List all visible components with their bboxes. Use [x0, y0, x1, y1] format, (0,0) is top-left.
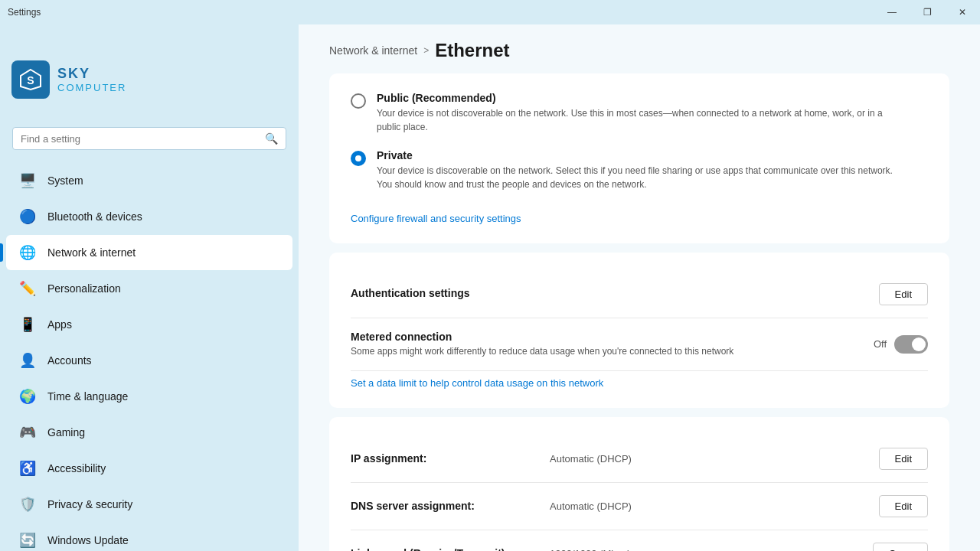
bluetooth-icon: 🔵 [18, 207, 37, 226]
dns-assignment-label: DNS server assignment: [351, 500, 550, 512]
sidebar: S SKY COMPUTER ← Settings 🔍 🖥️ System [0, 24, 299, 551]
sidebar-item-system-label: System [47, 174, 83, 187]
private-radio-button[interactable] [351, 151, 366, 166]
title-bar: Settings — ❐ ✕ [0, 0, 980, 24]
sidebar-item-privacy[interactable]: 🛡️ Privacy & security [6, 487, 292, 522]
search-container: 🔍 [0, 121, 299, 156]
dns-assignment-row: DNS server assignment: Automatic (DHCP) … [351, 483, 928, 530]
public-radio-button[interactable] [351, 93, 366, 109]
logo-svg: S [19, 68, 42, 91]
ip-dns-card: IP assignment: Automatic (DHCP) Edit DNS… [329, 417, 949, 551]
sidebar-item-time-label: Time & language [47, 390, 128, 403]
close-button[interactable]: ✕ [945, 0, 980, 24]
accounts-icon: 👤 [18, 351, 37, 370]
authentication-info: Authentication settings [351, 287, 470, 302]
dns-assignment-edit-button[interactable]: Edit [879, 495, 928, 517]
apps-icon: 📱 [18, 315, 37, 334]
sidebar-item-bluetooth[interactable]: 🔵 Bluetooth & devices [6, 199, 292, 234]
personalization-icon: ✏️ [18, 279, 37, 298]
sidebar-item-accessibility-label: Accessibility [47, 462, 106, 474]
sidebar-item-accounts-label: Accounts [47, 354, 92, 367]
metered-toggle-label: Off [874, 338, 887, 350]
content-body: Public (Recommended) Your device is not … [299, 73, 980, 551]
logo-text: SKY COMPUTER [57, 66, 126, 93]
network-profile-card: Public (Recommended) Your device is not … [329, 73, 949, 243]
link-speed-label: Link speed (Receive/Transmit): [351, 547, 550, 551]
private-radio-description: Your device is discoverable on the netwo… [377, 164, 897, 191]
app-window: S SKY COMPUTER ← Settings 🔍 🖥️ System [0, 24, 980, 551]
public-radio-content: Public (Recommended) Your device is not … [377, 92, 897, 134]
metered-toggle-switch[interactable] [894, 335, 928, 354]
search-box[interactable]: 🔍 [12, 127, 286, 150]
public-radio-title: Public (Recommended) [377, 92, 897, 104]
sidebar-item-apps[interactable]: 📱 Apps [6, 307, 292, 342]
search-input[interactable] [21, 133, 259, 145]
logo-sky: SKY [57, 66, 126, 82]
breadcrumb-current: Ethernet [435, 40, 509, 61]
link-speed-copy-button[interactable]: Copy [873, 543, 928, 551]
content-area: Network & internet > Ethernet Public (Re… [299, 24, 980, 551]
accessibility-icon: ♿ [18, 459, 37, 478]
ip-assignment-edit-button[interactable]: Edit [879, 448, 928, 470]
sidebar-item-privacy-label: Privacy & security [47, 498, 132, 510]
link-speed-row: Link speed (Receive/Transmit): 1000/1000… [351, 530, 928, 551]
sidebar-item-accessibility[interactable]: ♿ Accessibility [6, 451, 292, 486]
breadcrumb-parent: Network & internet [329, 44, 417, 57]
sidebar-item-personalization[interactable]: ✏️ Personalization [6, 271, 292, 306]
metered-connection-row: Metered connection Some apps might work … [351, 318, 928, 371]
private-network-option[interactable]: Private Your device is discoverable on t… [351, 149, 928, 191]
metered-connection-description: Some apps might work differently to redu… [351, 345, 733, 358]
privacy-icon: 🛡️ [18, 495, 37, 514]
sidebar-item-system[interactable]: 🖥️ System [6, 163, 292, 198]
svg-text:S: S [27, 74, 34, 86]
data-limit-link[interactable]: Set a data limit to help control data us… [351, 377, 603, 389]
sidebar-item-windows-update-label: Windows Update [47, 534, 129, 546]
search-icon: 🔍 [265, 132, 278, 145]
sidebar-item-gaming[interactable]: 🎮 Gaming [6, 415, 292, 450]
titlebar-left: Settings [8, 7, 41, 18]
sidebar-item-network[interactable]: 🌐 Network & internet [6, 235, 292, 270]
system-icon: 🖥️ [18, 171, 37, 190]
metered-connection-info: Metered connection Some apps might work … [351, 331, 733, 358]
sidebar-item-time[interactable]: 🌍 Time & language [6, 379, 292, 414]
public-network-option[interactable]: Public (Recommended) Your device is not … [351, 92, 928, 134]
sidebar-item-bluetooth-label: Bluetooth & devices [47, 210, 142, 223]
titlebar-title: Settings [8, 7, 41, 18]
link-speed-value: 1000/1000 (Mbps) [550, 548, 873, 551]
sidebar-item-apps-label: Apps [47, 318, 72, 331]
content-header: Network & internet > Ethernet [299, 24, 980, 73]
network-icon: 🌐 [18, 243, 37, 262]
titlebar-controls: — ❐ ✕ [874, 0, 980, 24]
dns-assignment-value: Automatic (DHCP) [550, 500, 879, 512]
nav-list: 🖥️ System 🔵 Bluetooth & devices 🌐 Networ… [0, 162, 299, 551]
private-radio-content: Private Your device is discoverable on t… [377, 149, 897, 191]
breadcrumb: Network & internet > Ethernet [329, 40, 949, 61]
logo-area: S SKY COMPUTER [0, 49, 299, 110]
sidebar-item-network-label: Network & internet [47, 246, 136, 259]
minimize-button[interactable]: — [874, 0, 910, 24]
sidebar-item-personalization-label: Personalization [47, 282, 121, 295]
authentication-edit-button[interactable]: Edit [879, 283, 928, 305]
ip-assignment-value: Automatic (DHCP) [550, 453, 879, 465]
public-radio-description: Your device is not discoverable on the n… [377, 106, 897, 134]
sidebar-item-accounts[interactable]: 👤 Accounts [6, 343, 292, 378]
windows-update-icon: 🔄 [18, 531, 37, 549]
metered-connection-label: Metered connection [351, 331, 733, 343]
logo-icon: S [11, 60, 50, 99]
firewall-link[interactable]: Configure firewall and security settings [351, 213, 521, 224]
sidebar-item-windows-update[interactable]: 🔄 Windows Update [6, 523, 292, 551]
breadcrumb-separator: > [423, 45, 429, 56]
sidebar-item-gaming-label: Gaming [47, 426, 85, 439]
authentication-label: Authentication settings [351, 287, 470, 299]
ip-assignment-label: IP assignment: [351, 452, 550, 465]
metered-toggle-container: Off [874, 335, 928, 354]
logo-computer: COMPUTER [57, 82, 126, 93]
time-icon: 🌍 [18, 387, 37, 406]
gaming-icon: 🎮 [18, 423, 37, 442]
authentication-card: Authentication settings Edit Metered con… [329, 253, 949, 408]
ip-assignment-row: IP assignment: Automatic (DHCP) Edit [351, 435, 928, 483]
authentication-row: Authentication settings Edit [351, 271, 928, 318]
restore-button[interactable]: ❐ [910, 0, 945, 24]
private-radio-title: Private [377, 149, 897, 161]
